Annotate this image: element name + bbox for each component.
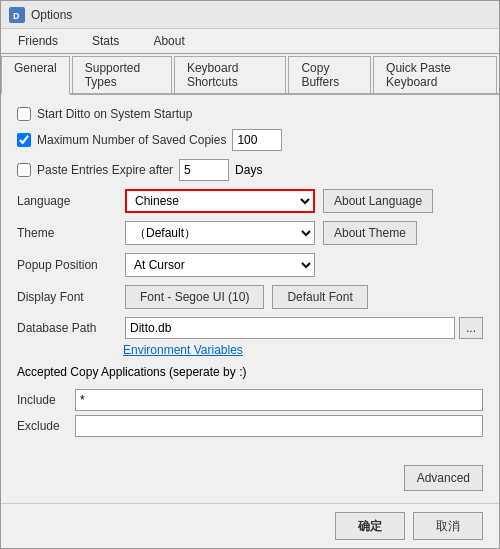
exclude-label: Exclude: [17, 419, 67, 433]
display-font-label: Display Font: [17, 290, 117, 304]
window-title: Options: [31, 8, 72, 22]
env-variables-link[interactable]: Environment Variables: [123, 343, 243, 357]
exclude-input[interactable]: [75, 415, 483, 437]
db-path-controls: ...: [125, 317, 483, 339]
app-icon: D: [9, 7, 25, 23]
top-tab-bar: Friends Stats About: [1, 29, 499, 54]
language-row: Language Chinese English About Language: [17, 189, 483, 213]
include-label: Include: [17, 393, 67, 407]
language-label: Language: [17, 194, 117, 208]
max-copies-row: Maximum Number of Saved Copies: [17, 129, 483, 151]
paste-expire-label: Paste Entries Expire after: [37, 163, 173, 177]
tab-supported-types[interactable]: Supported Types: [72, 56, 172, 93]
bottom-bar: 确定 取消: [1, 503, 499, 548]
db-path-label: Database Path: [17, 321, 117, 335]
env-variables-row: Environment Variables: [17, 343, 483, 357]
theme-select[interactable]: （Default）: [125, 221, 315, 245]
copy-apps-label: Accepted Copy Applications (seperate by …: [17, 365, 246, 379]
include-exclude-section: Include Exclude: [17, 389, 483, 437]
days-label: Days: [235, 163, 262, 177]
startup-checkbox[interactable]: [17, 107, 31, 121]
tab-stats[interactable]: Stats: [75, 29, 136, 53]
db-path-row: Database Path ...: [17, 317, 483, 339]
copy-apps-row: Accepted Copy Applications (seperate by …: [17, 365, 483, 379]
font-button[interactable]: Font - Segoe UI (10): [125, 285, 264, 309]
bottom-buttons: 确定 取消: [335, 512, 483, 540]
tab-general[interactable]: General: [1, 56, 70, 95]
startup-row: Start Ditto on System Startup: [17, 107, 483, 121]
paste-expire-row: Paste Entries Expire after Days: [17, 159, 483, 181]
popup-label: Popup Position: [17, 258, 117, 272]
display-font-row: Display Font Font - Segoe UI (10) Defaul…: [17, 285, 483, 309]
paste-expire-checkbox[interactable]: [17, 163, 31, 177]
default-font-button[interactable]: Default Font: [272, 285, 367, 309]
theme-row: Theme （Default） About Theme: [17, 221, 483, 245]
tab-keyboard-shortcuts[interactable]: Keyboard Shortcuts: [174, 56, 286, 93]
ok-button[interactable]: 确定: [335, 512, 405, 540]
title-bar: D Options: [1, 1, 499, 29]
about-theme-btn[interactable]: About Theme: [323, 221, 417, 245]
exclude-row: Exclude: [17, 415, 483, 437]
cancel-button[interactable]: 取消: [413, 512, 483, 540]
include-row: Include: [17, 389, 483, 411]
max-copies-label: Maximum Number of Saved Copies: [37, 133, 226, 147]
advanced-button[interactable]: Advanced: [404, 465, 483, 491]
tab-friends[interactable]: Friends: [1, 29, 75, 53]
max-copies-checkbox[interactable]: [17, 133, 31, 147]
language-select[interactable]: Chinese English: [125, 189, 315, 213]
advanced-row: Advanced: [17, 465, 483, 491]
options-window: D Options Friends Stats About General Su…: [0, 0, 500, 549]
svg-text:D: D: [13, 11, 20, 21]
popup-row: Popup Position At Cursor: [17, 253, 483, 277]
db-browse-btn[interactable]: ...: [459, 317, 483, 339]
paste-expire-input[interactable]: [179, 159, 229, 181]
tab-quick-paste[interactable]: Quick Paste Keyboard: [373, 56, 497, 93]
db-path-input[interactable]: [125, 317, 455, 339]
max-copies-input[interactable]: [232, 129, 282, 151]
startup-label: Start Ditto on System Startup: [37, 107, 192, 121]
tab-about[interactable]: About: [136, 29, 201, 53]
general-content: Start Ditto on System Startup Maximum Nu…: [1, 95, 499, 503]
popup-select[interactable]: At Cursor: [125, 253, 315, 277]
theme-label: Theme: [17, 226, 117, 240]
include-input[interactable]: [75, 389, 483, 411]
sub-tab-bar: General Supported Types Keyboard Shortcu…: [1, 54, 499, 95]
about-language-btn[interactable]: About Language: [323, 189, 433, 213]
tab-copy-buffers[interactable]: Copy Buffers: [288, 56, 371, 93]
